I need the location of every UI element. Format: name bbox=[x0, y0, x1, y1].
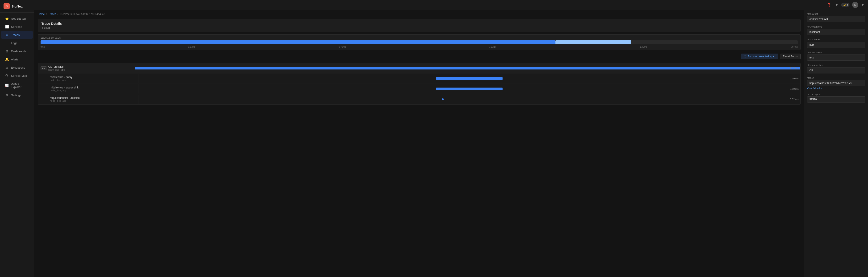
sidebar-item-exceptions[interactable]: ⚠ Exceptions bbox=[1, 63, 33, 71]
breadcrumb-trace-id: 13ce2ae9e90c7c851efb51c8164b49c3 bbox=[60, 12, 105, 16]
get-started-icon: ⭐ bbox=[5, 17, 9, 20]
span-service: node_dice_app bbox=[50, 89, 79, 92]
sidebar-item-get-started[interactable]: ⭐ Get Started bbox=[1, 14, 33, 23]
breadcrumb-sep2: / bbox=[58, 12, 58, 16]
moon-icon: 🌙 bbox=[842, 3, 846, 6]
span-left-3: request handler - /rolldice node_dice_ap… bbox=[41, 95, 138, 104]
span-row[interactable]: 4 ▾GET /rolldice node_dice_app1.87 ms bbox=[38, 63, 800, 73]
focus-button[interactable]: ⬡ Focus on selected span bbox=[741, 54, 778, 59]
span-name-group-3: request handler - /rolldice node_dice_ap… bbox=[50, 96, 80, 102]
usage-explorer-icon: 📈 bbox=[5, 84, 9, 87]
traces-icon: ≡ bbox=[5, 33, 9, 37]
logs-icon: ☰ bbox=[5, 41, 9, 45]
sidebar-label-service-map: Service Map bbox=[11, 74, 27, 78]
sidebar-label-services: Services bbox=[11, 25, 22, 28]
attr-key: http.scheme bbox=[807, 38, 865, 41]
attr-value: http://localhost:8080/rolldice?rolls=3 bbox=[807, 80, 865, 86]
attr-value: 59590 bbox=[807, 96, 865, 102]
alerts-icon: 🔔 bbox=[5, 58, 9, 61]
sidebar-item-dashboards[interactable]: ⊞ Dashboards bbox=[1, 47, 33, 55]
reset-focus-button[interactable]: Reset Focus bbox=[780, 54, 801, 59]
timeline-header: 11:08:18 pm 09/25 0ms0.37ms0.75ms1.12ms1… bbox=[38, 34, 801, 50]
sidebar-label-exceptions: Exceptions bbox=[11, 66, 25, 69]
sidebar-label-traces: Traces bbox=[11, 33, 20, 37]
app-name: SigNoz bbox=[11, 4, 23, 8]
attr-value: OK bbox=[807, 67, 865, 73]
sidebar-label-get-started: Get Started bbox=[11, 17, 26, 20]
span-service: node_dice_app bbox=[48, 68, 65, 71]
breadcrumb: Home / Traces / 13ce2ae9e90c7c851efb51c8… bbox=[38, 12, 801, 16]
chevron-down-icon: ▾ bbox=[44, 67, 45, 70]
trace-span-count: 4 Span bbox=[41, 26, 797, 29]
sidebar-label-dashboards: Dashboards bbox=[11, 50, 26, 53]
span-name: request handler - /rolldice bbox=[50, 96, 80, 99]
span-name: middleware - query bbox=[50, 75, 72, 79]
sidebar-item-settings[interactable]: ⚙ Settings bbox=[1, 91, 33, 99]
span-duration: 0.02 ms bbox=[790, 98, 799, 100]
sidebar-item-logs[interactable]: ☰ Logs bbox=[1, 39, 33, 47]
timeline-labels: 0ms0.37ms0.75ms1.12ms1.49ms1.87ms bbox=[40, 45, 798, 48]
timeline-label: 0.75ms bbox=[339, 45, 346, 48]
span-dot bbox=[442, 98, 444, 100]
span-left-1: middleware - query node_dice_app bbox=[41, 74, 138, 83]
span-row[interactable]: middleware - expressInit node_dice_app0.… bbox=[38, 84, 800, 94]
attr-value: localhost bbox=[807, 29, 865, 35]
trace-title: Trace Details bbox=[41, 22, 797, 25]
sidebar-label-logs: Logs bbox=[11, 41, 17, 45]
focus-bar: ⬡ Focus on selected span Reset Focus bbox=[38, 52, 801, 61]
attr-key: process.owner bbox=[807, 51, 865, 54]
attr-group-http.url: http.urlhttp://localhost:8080/rolldice?r… bbox=[807, 76, 865, 90]
span-name-group-1: middleware - query node_dice_app bbox=[50, 75, 72, 81]
content-area: Home / Traces / 13ce2ae9e90c7c851efb51c8… bbox=[34, 10, 868, 277]
timeline-overview[interactable] bbox=[40, 40, 798, 44]
sidebar-item-traces[interactable]: ≡ Traces bbox=[1, 31, 33, 39]
attr-value: http bbox=[807, 42, 865, 48]
attr-group-net.host.name: net.host.namelocalhost bbox=[807, 25, 865, 35]
sidebar-item-alerts[interactable]: 🔔 Alerts bbox=[1, 55, 33, 63]
sidebar-label-usage-explorer: Usage Explorer bbox=[11, 82, 29, 89]
sidebar-item-service-map[interactable]: 🗺 Service Map bbox=[1, 72, 33, 80]
timeline-timestamp: 11:08:18 pm 09/25 bbox=[40, 36, 798, 39]
span-bar bbox=[436, 77, 502, 80]
span-row[interactable]: request handler - /rolldice node_dice_ap… bbox=[38, 94, 800, 104]
timeline-label: 0.37ms bbox=[188, 45, 195, 48]
span-service: node_dice_app bbox=[50, 79, 72, 81]
timeline-label: 1.87ms bbox=[790, 45, 798, 48]
avatar[interactable]: N bbox=[852, 2, 858, 8]
breadcrumb-home[interactable]: Home bbox=[38, 12, 45, 16]
avatar-chevron-icon[interactable]: ▾ bbox=[861, 2, 865, 8]
attr-group-net.peer.port: net.peer.port59590 bbox=[807, 93, 865, 102]
span-count-badge[interactable]: 4 ▾ bbox=[40, 66, 47, 70]
focus-label: Focus on selected span bbox=[747, 55, 775, 58]
sidebar-item-services[interactable]: 📊 Services bbox=[1, 23, 33, 31]
exceptions-icon: ⚠ bbox=[5, 66, 9, 69]
main-area: ❓ ▾ 🌙 ● N ▾ Home / Traces / 13ce2ae9e90c… bbox=[34, 0, 868, 277]
attr-group-http.status_text: http.status_textOK bbox=[807, 64, 865, 73]
attr-value: nica bbox=[807, 55, 865, 61]
logo-icon: S bbox=[3, 3, 10, 9]
sidebar-item-usage-explorer[interactable]: 📈 Usage Explorer bbox=[1, 80, 33, 91]
spans-container: 4 ▾GET /rolldice node_dice_app1.87 msmid… bbox=[38, 63, 801, 104]
breadcrumb-traces[interactable]: Traces bbox=[48, 12, 56, 16]
attr-key: http.target bbox=[807, 12, 865, 15]
trace-header-card: Trace Details 4 Span bbox=[38, 19, 801, 32]
span-duration: 0.10 ms bbox=[790, 88, 799, 90]
span-bar bbox=[135, 67, 800, 69]
settings-icon: ⚙ bbox=[5, 93, 9, 97]
breadcrumb-sep1: / bbox=[46, 12, 47, 16]
attr-view-full-link[interactable]: View full value bbox=[807, 87, 823, 90]
theme-toggle[interactable]: 🌙 ● bbox=[841, 3, 849, 7]
services-icon: 📊 bbox=[5, 25, 9, 28]
right-panel: http.target/rolldice?rolls=3net.host.nam… bbox=[804, 10, 868, 277]
span-duration: 0.10 ms bbox=[790, 77, 799, 80]
theme-indicator: ● bbox=[847, 3, 848, 6]
help-icon[interactable]: ❓ bbox=[826, 2, 832, 8]
span-duration: 1.87 ms bbox=[790, 67, 799, 69]
chevron-down-icon[interactable]: ▾ bbox=[835, 2, 838, 8]
timeline-fill bbox=[40, 40, 555, 44]
attr-key: http.status_text bbox=[807, 64, 865, 66]
span-right-2: 0.10 ms bbox=[138, 84, 800, 94]
span-name-group-2: middleware - expressInit node_dice_app bbox=[50, 86, 79, 92]
span-row[interactable]: middleware - query node_dice_app0.10 ms bbox=[38, 73, 800, 84]
span-service: node_dice_app bbox=[50, 99, 80, 102]
